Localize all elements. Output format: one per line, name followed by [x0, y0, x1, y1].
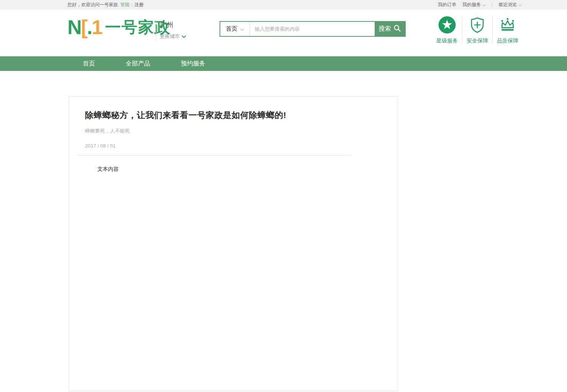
shield-plus-icon [468, 16, 487, 34]
current-city-label[interactable]: 广州 [160, 20, 186, 30]
badge-quality-guarantee[interactable]: 品质保障 [493, 16, 523, 44]
logo-en-text: N[.1 [67, 17, 102, 37]
article-body-text: 文本内容 [97, 166, 382, 173]
chevron-down-icon [182, 34, 186, 39]
trust-badges: 星级服务 安全保障 [432, 16, 523, 44]
site-logo[interactable]: N[.1 一号家政 [67, 17, 171, 37]
article-card: 除蟑螂秘方，让我们来看看一号家政是如何除蟑螂的! 蟑螂要死，人不能死 2017 … [69, 96, 398, 391]
search-button[interactable]: 搜索 [375, 22, 405, 36]
greeting-text: 您好，欢迎访问一号家政 [67, 2, 118, 8]
recent-views-dropdown[interactable]: 最近浏览 [498, 2, 522, 8]
register-link[interactable]: 注册 [134, 2, 144, 8]
search-button-label: 搜索 [379, 25, 391, 33]
badge-safety-guarantee[interactable]: 安全保障 [462, 16, 492, 44]
change-city-label: 更换城市 [160, 33, 180, 40]
article-title: 除蟑螂秘方，让我们来看看一号家政是如何除蟑螂的! [85, 110, 382, 121]
recent-views-label: 最近浏览 [498, 2, 517, 8]
search-box: 首页 搜索 [220, 21, 406, 37]
nav-item-booking-service[interactable]: 预约服务 [166, 56, 221, 71]
search-input[interactable] [250, 22, 375, 36]
chevron-down-icon [240, 26, 244, 32]
main-nav: 首页 全部产品 预约服务 [0, 56, 567, 71]
search-category-label: 首页 [226, 25, 238, 33]
crown-icon [498, 16, 518, 34]
topbar-user-menu: 我的订单 我的服务 最近浏览 [438, 2, 522, 8]
article-date: 2017 / 08 / 01 [85, 143, 382, 149]
my-orders-label: 我的订单 [438, 2, 456, 8]
search-category-dropdown[interactable]: 首页 [220, 22, 250, 36]
divider [77, 155, 352, 156]
change-city-link[interactable]: 更换城市 [160, 33, 186, 40]
divider [132, 3, 132, 7]
topbar-greeting-area: 您好，欢迎访问一号家政 登陆 注册 [67, 2, 144, 8]
my-services-dropdown[interactable]: 我的服务 [462, 2, 486, 8]
badge-label: 星级服务 [436, 38, 458, 44]
star-icon [438, 16, 456, 34]
badge-label: 安全保障 [467, 38, 488, 44]
badge-label: 品质保障 [497, 38, 518, 44]
nav-item-all-products[interactable]: 全部产品 [110, 56, 166, 71]
chevron-down-icon [518, 2, 522, 8]
divider [492, 3, 492, 7]
login-link[interactable]: 登陆 [120, 2, 129, 8]
article-subtitle: 蟑螂要死，人不能死 [85, 128, 382, 134]
city-selector: 广州 更换城市 [160, 20, 186, 40]
badge-star-service[interactable]: 星级服务 [432, 16, 462, 44]
divider [156, 20, 156, 42]
main-content: 除蟑螂秘方，让我们来看看一号家政是如何除蟑螂的! 蟑螂要死，人不能死 2017 … [67, 96, 527, 391]
my-orders-link[interactable]: 我的订单 [438, 2, 456, 8]
my-services-label: 我的服务 [462, 2, 481, 8]
topbar: 您好，欢迎访问一号家政 登陆 注册 我的订单 我的服务 最近浏览 [0, 0, 567, 10]
header: N[.1 一号家政 广州 更换城市 首页 搜索 [0, 10, 567, 56]
chevron-down-icon [482, 2, 486, 8]
search-icon [393, 25, 401, 34]
nav-item-home[interactable]: 首页 [67, 56, 110, 71]
